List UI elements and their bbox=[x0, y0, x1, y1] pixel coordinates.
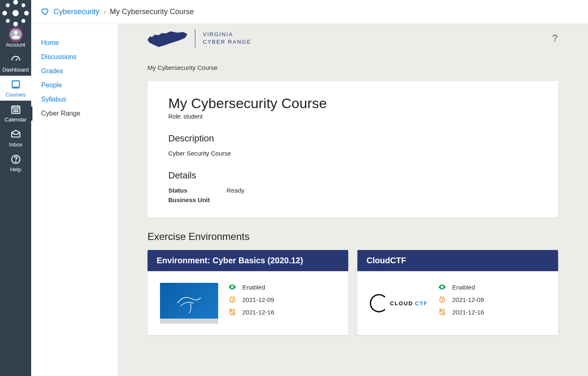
environment-thumbnail-kali bbox=[160, 283, 218, 324]
environment-title: CloudCTF bbox=[357, 250, 558, 271]
details-grid: Status Ready Business Unit bbox=[168, 187, 537, 203]
business-unit-label: Business Unit bbox=[168, 196, 226, 203]
calendar-icon bbox=[10, 104, 22, 115]
nav-label: Courses bbox=[5, 92, 25, 98]
eye-icon bbox=[228, 283, 236, 291]
environment-card[interactable]: CloudCTF CLOUD CTF bbox=[357, 250, 558, 335]
vcr-brand-text: VIRGINIA CYBER RANGE bbox=[203, 31, 251, 46]
course-title: My Cybersecurity Course bbox=[168, 95, 537, 111]
nav-account[interactable]: Account bbox=[0, 26, 31, 51]
business-unit-value bbox=[226, 196, 537, 203]
svg-point-4 bbox=[24, 10, 29, 15]
svg-point-6 bbox=[22, 3, 25, 7]
breadcrumb-root[interactable]: Cybersecurity bbox=[54, 7, 99, 16]
dashboard-icon bbox=[10, 54, 22, 65]
env-end-date: 2021-12-16 bbox=[242, 309, 274, 316]
svg-point-17 bbox=[15, 109, 16, 110]
logo-divider bbox=[195, 29, 195, 47]
course-nav-grades[interactable]: Grades bbox=[31, 64, 118, 78]
vcr-logo: VIRGINIA CYBER RANGE bbox=[148, 29, 251, 47]
svg-point-23 bbox=[15, 161, 16, 162]
svg-point-3 bbox=[2, 10, 7, 15]
courses-icon bbox=[10, 79, 22, 90]
svg-point-7 bbox=[6, 19, 10, 22]
breadcrumb-current: My Cybersecurity Course bbox=[110, 7, 194, 16]
course-card: My Cybersecurity Course Role: student De… bbox=[148, 81, 558, 218]
virginia-shape-icon bbox=[148, 30, 187, 47]
svg-point-0 bbox=[12, 10, 19, 16]
main-content: VIRGINIA CYBER RANGE ? My Cybersecurity … bbox=[118, 24, 588, 376]
nav-dashboard[interactable]: Dashboard bbox=[0, 51, 31, 76]
course-nav-people[interactable]: People bbox=[31, 78, 118, 92]
course-nav-discussions[interactable]: Discussions bbox=[31, 50, 118, 64]
svg-point-28 bbox=[441, 286, 443, 287]
course-subheader: My Cybersecurity Course bbox=[118, 52, 588, 75]
nav-label: Help bbox=[10, 166, 21, 173]
svg-point-20 bbox=[15, 111, 16, 112]
clock-icon bbox=[438, 295, 446, 304]
svg-point-21 bbox=[17, 111, 18, 112]
environment-card[interactable]: Environment: Cyber Basics (2020.12) Enab… bbox=[148, 250, 348, 335]
nav-courses[interactable]: Courses bbox=[0, 76, 31, 101]
course-nav: Home Discussions Grades People Syllabus … bbox=[31, 24, 118, 376]
svg-point-18 bbox=[17, 109, 18, 110]
environment-title: Environment: Cyber Basics (2020.12) bbox=[148, 250, 348, 271]
svg-point-16 bbox=[13, 109, 14, 110]
svg-point-19 bbox=[13, 111, 14, 112]
description-header: Description bbox=[168, 133, 537, 144]
environment-row: Environment: Cyber Basics (2020.12) Enab… bbox=[118, 242, 588, 352]
breadcrumb: Cybersecurity › My Cybersecurity Course bbox=[31, 0, 588, 24]
help-icon bbox=[10, 153, 22, 165]
course-nav-cyber-range[interactable]: Cyber Range bbox=[31, 106, 118, 121]
svg-rect-10 bbox=[12, 81, 19, 87]
svg-point-5 bbox=[6, 3, 10, 7]
nav-calendar[interactable]: Calendar bbox=[0, 101, 31, 126]
course-nav-home[interactable]: Home bbox=[31, 36, 118, 50]
env-start-date: 2021-12-09 bbox=[452, 296, 484, 303]
env-status: Enabled bbox=[452, 284, 475, 291]
cloudctf-text2: CTF bbox=[415, 300, 428, 307]
exercise-environments-header: Exercise Environments bbox=[118, 223, 588, 242]
vcr-brand-line2: CYBER RANGE bbox=[203, 38, 251, 46]
env-status: Enabled bbox=[242, 284, 265, 291]
canvas-logo-icon[interactable] bbox=[0, 0, 31, 26]
svg-point-9 bbox=[14, 31, 17, 35]
status-value: Ready bbox=[226, 187, 537, 194]
help-question-icon[interactable]: ? bbox=[552, 32, 558, 44]
cloudctf-arc-icon bbox=[370, 294, 388, 312]
global-nav: Account Dashboard Courses Calendar Inbox bbox=[0, 0, 31, 376]
vcr-header: VIRGINIA CYBER RANGE ? bbox=[118, 24, 588, 52]
svg-point-8 bbox=[22, 19, 25, 22]
environment-thumbnail-cloudctf: CLOUD CTF bbox=[370, 283, 428, 324]
env-start-date: 2021-12-09 bbox=[242, 296, 274, 303]
user-avatar-icon bbox=[10, 29, 22, 40]
heart-icon[interactable] bbox=[40, 7, 49, 17]
vcr-brand-line1: VIRGINIA bbox=[203, 31, 251, 38]
nav-label: Calendar bbox=[5, 116, 27, 123]
nav-help[interactable]: Help bbox=[0, 151, 31, 176]
nav-inbox[interactable]: Inbox bbox=[0, 126, 31, 151]
nav-label: Account bbox=[6, 42, 25, 48]
chevron-right-icon: › bbox=[103, 8, 106, 16]
description-text: Cyber Security Course bbox=[168, 150, 537, 157]
svg-point-1 bbox=[13, 0, 18, 4]
cloudctf-text1: CLOUD bbox=[390, 300, 413, 307]
details-header: Details bbox=[168, 170, 537, 181]
clock-icon bbox=[228, 295, 236, 304]
nav-label: Inbox bbox=[9, 141, 22, 148]
nav-label: Dashboard bbox=[2, 67, 29, 73]
clock-off-icon bbox=[228, 308, 236, 316]
inbox-icon bbox=[10, 129, 22, 140]
eye-icon bbox=[438, 283, 446, 291]
svg-point-24 bbox=[231, 286, 233, 287]
status-label: Status bbox=[168, 187, 226, 194]
clock-off-icon bbox=[438, 308, 446, 316]
course-role: Role: student bbox=[168, 113, 537, 120]
course-nav-syllabus[interactable]: Syllabus bbox=[31, 92, 118, 106]
env-end-date: 2021-12-16 bbox=[452, 309, 484, 316]
